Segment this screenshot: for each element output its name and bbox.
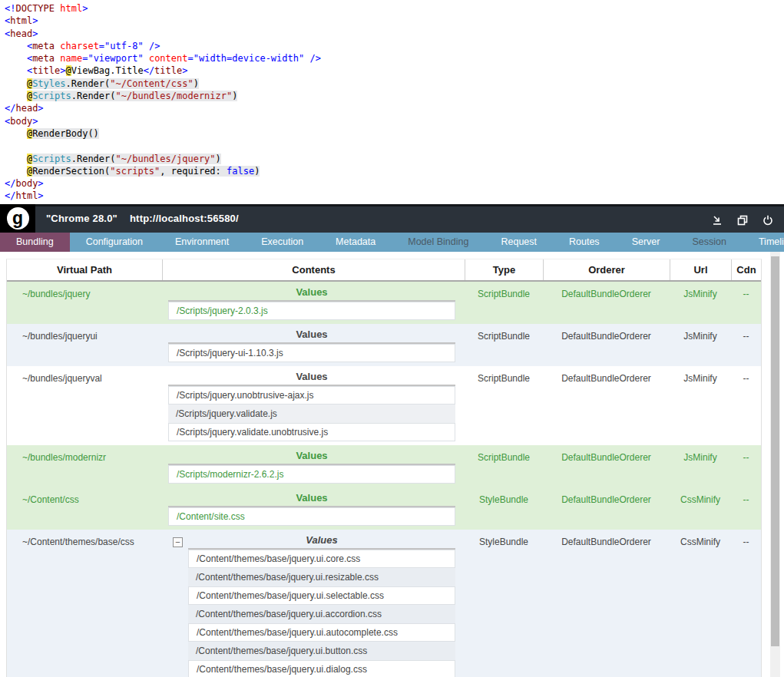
url-cell: JsMinify (670, 286, 731, 320)
orderer-cell: DefaultBundleOrderer (543, 450, 670, 484)
contents-cell: Values/Scripts/jquery-2.0.3.js (162, 286, 465, 320)
cdn-cell: -- (731, 371, 761, 441)
bundle-value: /Scripts/jquery-2.0.3.js (168, 302, 455, 320)
header-actions (710, 208, 775, 233)
virtual-path: ~/bundles/jquery (7, 286, 162, 320)
tab-session[interactable]: Session (676, 233, 742, 252)
code-token: "~/bundles/jquery" (116, 154, 216, 164)
code-line: @RenderSection("scripts", required: fals… (5, 165, 321, 177)
code-line: @Scripts.Render("~/bundles/modernizr") (5, 90, 321, 102)
url-cell: JsMinify (670, 450, 731, 484)
orderer-cell: DefaultBundleOrderer (543, 492, 670, 526)
tab-routes[interactable]: Routes (553, 233, 616, 252)
code-token: <! (5, 3, 15, 14)
values-subtable: Values/Content/themes/base/jquery.ui.cor… (188, 534, 455, 677)
code-line: <!DOCTYPE html> (5, 2, 321, 15)
code-token (144, 41, 149, 51)
values-subtable: Values/Scripts/jquery.unobtrusive-ajax.j… (168, 371, 455, 441)
code-token: DOCTYPE (15, 3, 55, 14)
tab-metadata[interactable]: Metadata (319, 233, 392, 252)
url-cell: CssMinify (670, 534, 731, 677)
url-cell: JsMinify (670, 371, 731, 441)
column-header-virtual-path: Virtual Path (7, 259, 162, 280)
code-token: = (99, 41, 104, 51)
code-line: <html> (5, 15, 321, 27)
code-token: ) (194, 78, 199, 89)
values-header: Values (168, 450, 455, 465)
request-title: "Chrome 28.0"http://localhost:56580/ (46, 213, 239, 224)
code-token: ) (254, 166, 260, 177)
code-token: false (227, 166, 254, 177)
code-token: head (15, 103, 38, 114)
code-token: body (15, 178, 38, 189)
type-cell: StyleBundle (465, 492, 543, 526)
contents-cell: −Values/Content/themes/base/jquery.ui.co… (162, 534, 465, 677)
code-token: html (15, 190, 38, 201)
values-header: Values (168, 329, 455, 344)
values-subtable: Values/Content/site.css (168, 492, 455, 526)
tab-configuration[interactable]: Configuration (70, 233, 159, 252)
column-header-url: Url (670, 259, 731, 280)
bundle-value: /Scripts/jquery-ui-1.10.3.js (168, 344, 455, 362)
code-token: > (182, 65, 187, 76)
type-cell: ScriptBundle (465, 286, 543, 320)
column-header-cdn: Cdn (731, 259, 761, 280)
code-token: /> (149, 41, 160, 51)
tab-model-binding[interactable]: Model Binding (392, 233, 485, 252)
code-token: "scripts" (110, 166, 160, 177)
values-subtable: Values/Scripts/jquery-2.0.3.js (168, 286, 455, 320)
table-body: ~/bundles/jqueryValues/Scripts/jquery-2.… (7, 282, 761, 677)
code-token: html (60, 3, 82, 14)
contents-cell: Values/Scripts/modernizr-2.6.2.js (162, 450, 465, 484)
power-icon[interactable] (761, 213, 775, 227)
bundle-row--content-css: ~/Content/cssValues/Content/site.cssStyl… (7, 487, 761, 530)
values-subtable: Values/Scripts/jquery-ui-1.10.3.js (168, 329, 455, 362)
virtual-path: ~/Content/css (7, 492, 162, 526)
bundle-value: /Content/site.css (168, 507, 455, 526)
code-token (5, 91, 27, 101)
values-subtable: Values/Scripts/modernizr-2.6.2.js (168, 450, 455, 484)
code-token (5, 166, 27, 177)
code-token: </ (144, 65, 154, 76)
cdn-cell: -- (731, 329, 761, 362)
code-token (144, 53, 149, 64)
code-token: ) (232, 91, 237, 101)
cdn-cell: -- (731, 534, 761, 677)
bundling-tab-content: Virtual PathContentsTypeOrdererUrlCdn ~/… (0, 252, 784, 677)
popout-icon[interactable] (736, 213, 749, 227)
code-token: .Render( (71, 154, 116, 164)
code-token: </ (5, 103, 15, 114)
tab-bundling[interactable]: Bundling (0, 233, 70, 252)
virtual-path: ~/bundles/modernizr (7, 450, 162, 484)
bundle-row--bundles-jquery: ~/bundles/jqueryValues/Scripts/jquery-2.… (7, 282, 761, 324)
tab-request[interactable]: Request (485, 233, 553, 252)
column-header-contents: Contents (162, 259, 465, 280)
scrollbar[interactable] (770, 252, 780, 677)
bundles-table: Virtual PathContentsTypeOrdererUrlCdn ~/… (6, 259, 762, 677)
bundle-row--content-themes-base-css: ~/Content/themes/base/css−Values/Content… (7, 530, 761, 677)
cdn-cell: -- (731, 450, 761, 484)
tab-timeline[interactable]: Timeline (743, 233, 784, 252)
collapse-button[interactable]: − (173, 537, 183, 547)
tab-server[interactable]: Server (616, 233, 676, 252)
razor-layout-code: <!DOCTYPE html><html><head> <meta charse… (5, 2, 321, 203)
dock-bottom-icon[interactable] (710, 213, 724, 227)
tab-environment[interactable]: Environment (159, 233, 245, 252)
code-line: @Styles.Render("~/Content/css") (5, 78, 321, 90)
orderer-cell: DefaultBundleOrderer (543, 286, 670, 320)
code-token: head (10, 28, 32, 39)
bundle-value: /Content/themes/base/jquery.ui.core.css (188, 550, 455, 568)
orderer-cell: DefaultBundleOrderer (543, 371, 670, 441)
code-token: > (38, 190, 43, 201)
cdn-cell: -- (731, 492, 761, 526)
scrollbar-thumb[interactable] (771, 256, 779, 646)
code-token: Scripts (32, 91, 71, 101)
type-cell: ScriptBundle (465, 329, 543, 362)
code-line: <body> (5, 115, 321, 127)
code-token: meta (32, 41, 55, 51)
contents-cell: Values/Scripts/jquery-ui-1.10.3.js (162, 329, 465, 362)
code-token: meta (32, 53, 55, 64)
bundle-value: /Content/themes/base/jquery.ui.button.cs… (188, 642, 455, 660)
code-line: <head> (5, 28, 321, 40)
tab-execution[interactable]: Execution (245, 233, 319, 252)
